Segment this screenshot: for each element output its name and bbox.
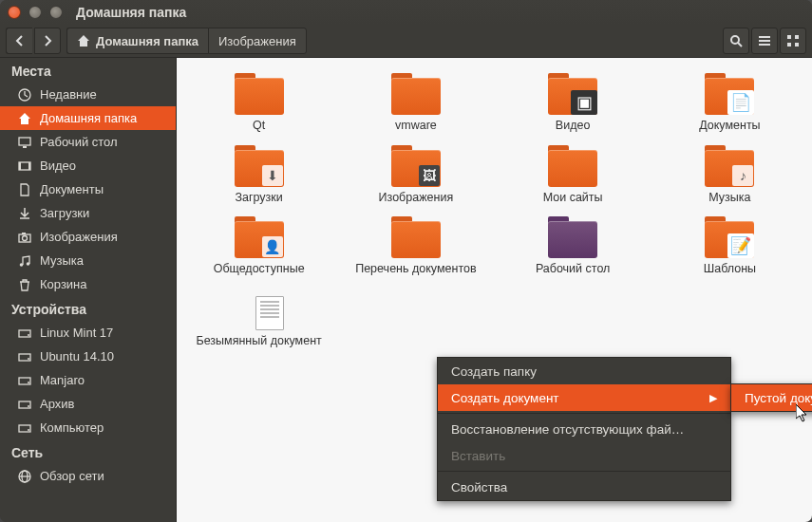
context-menu-item-label: Создать папку [451,364,537,379]
folder-item[interactable]: Qt [182,69,335,138]
sidebar-item-label: Загрузки [40,206,89,220]
drive-icon [17,350,32,364]
file-manager-window: Домашняя папка Домашняя папка Изображени… [0,0,812,522]
sidebar-item[interactable]: Архив [0,392,176,416]
folder-icon: ⬇ [235,145,284,187]
breadcrumb-segment[interactable]: Изображения [208,28,307,54]
sidebar-item[interactable]: Изображения [0,225,176,249]
sidebar-group-header: Места [0,58,176,83]
context-menu-item-label: Вставить [451,449,505,463]
sidebar-item[interactable]: Загрузки [0,201,176,225]
sidebar-item[interactable]: Музыка [0,249,176,272]
sidebar-item[interactable]: Недавние [0,83,176,106]
camera-icon [17,231,32,244]
svg-point-25 [28,382,29,383]
svg-rect-10 [19,138,30,145]
folder-icon: 🖼 [391,145,441,187]
drive-icon [17,326,32,340]
sidebar-item[interactable]: Документы [0,177,176,201]
sidebar-item[interactable]: Компьютер [0,416,176,439]
folder-icon: 📝 [705,216,754,258]
folder-item[interactable]: ▣Видео [497,69,650,138]
folder-item[interactable]: Мои сайты [497,141,650,210]
folder-item[interactable]: 📝Шаблоны [653,213,806,281]
folder-icon: ▣ [548,73,597,115]
item-label: Qt [253,119,265,134]
content-area[interactable]: Qtvmware▣Видео📄Документы⬇Загрузки🖼Изобра… [177,58,812,522]
desktop-icon [17,136,32,149]
sidebar-item[interactable]: Рабочий стол [0,130,176,154]
folder-item[interactable]: Рабочий стол [497,213,650,281]
folder-item[interactable]: Перечень документов [339,213,492,281]
submenu-item-label: Пустой документ [745,391,812,405]
breadcrumb: Домашняя папка Изображения [66,28,721,54]
window-maximize-button[interactable] [49,6,63,19]
item-label: Видео [556,119,591,134]
context-menu-item-label: Восстановление отсутствующих фай… [451,422,684,437]
sidebar-item[interactable]: Видео [0,154,176,177]
folder-item[interactable]: 👤Общедоступные [182,213,335,281]
item-label: Документы [699,119,760,134]
sidebar-item-label: Обзор сети [40,469,104,483]
context-menu-item[interactable]: Восстановление отсутствующих фай… [438,416,730,442]
sidebar[interactable]: МестаНедавниеДомашняя папкаРабочий столВ… [0,58,177,522]
sidebar-item-label: Недавние [40,87,97,102]
item-label: Перечень документов [355,262,476,277]
item-label: Музыка [708,191,750,206]
breadcrumb-home[interactable]: Домашняя папка [66,28,208,54]
chevron-left-icon [15,35,25,47]
grid-icon [786,34,800,47]
sidebar-item[interactable]: Обзор сети [0,464,176,488]
sidebar-item[interactable]: Manjaro [0,368,176,392]
trash-icon [17,278,32,291]
window-minimize-button[interactable] [28,6,42,19]
context-menu-item[interactable]: Создать папку [438,358,730,384]
context-menu-item[interactable]: Свойства [438,474,730,500]
context-menu-item-label: Создать документ [451,391,559,405]
drive-icon [17,374,32,387]
svg-rect-14 [28,162,30,170]
folder-icon [391,216,441,258]
breadcrumb-segment-label: Изображения [218,34,296,48]
item-label: Мои сайты [543,191,603,206]
sidebar-item-label: Изображения [40,230,118,244]
context-menu-item-label: Свойства [451,480,507,494]
sidebar-item[interactable]: Linux Mint 17 [0,321,176,345]
item-label: Безымянный документ [196,334,321,349]
file-item[interactable]: Безымянный документ [182,285,335,353]
chevron-right-icon [43,35,52,47]
sidebar-item[interactable]: Домашняя папка [0,106,176,130]
sidebar-item[interactable]: Ubuntu 14.10 [0,345,176,368]
drive-icon [17,421,32,435]
toolbar: Домашняя папка Изображения [0,25,812,58]
home-icon [17,112,32,125]
view-grid-button[interactable] [780,28,806,54]
folder-item[interactable]: 📄Документы [653,69,806,138]
list-icon [758,34,771,47]
sidebar-item-label: Корзина [40,277,87,291]
network-icon [17,470,32,483]
folder-item[interactable]: ⬇Загрузки [182,141,335,210]
view-list-button[interactable] [751,28,778,54]
svg-point-16 [23,235,28,240]
titlebar[interactable]: Домашняя папка [0,0,812,25]
context-menu-item[interactable]: Создать документ▶ [438,384,730,411]
folder-item[interactable]: vmware [339,69,492,138]
folder-item[interactable]: 🖼Изображения [339,141,492,210]
svg-point-23 [28,358,29,360]
svg-point-29 [28,429,29,431]
doc-icon [17,183,32,196]
svg-rect-8 [795,43,799,47]
sidebar-item[interactable]: Корзина [0,272,176,296]
folder-item[interactable]: ♪Музыка [653,141,806,210]
item-label: vmware [395,119,437,134]
nav-back-button[interactable] [6,28,32,54]
nav-forward-button[interactable] [34,28,61,54]
window-close-button[interactable] [8,6,21,19]
search-button[interactable] [723,28,749,54]
context-menu[interactable]: Создать папкуСоздать документ▶Восстановл… [437,357,731,501]
sidebar-item-label: Домашняя папка [40,111,137,125]
svg-rect-13 [19,162,21,170]
svg-rect-6 [795,35,799,39]
svg-point-21 [28,334,29,336]
